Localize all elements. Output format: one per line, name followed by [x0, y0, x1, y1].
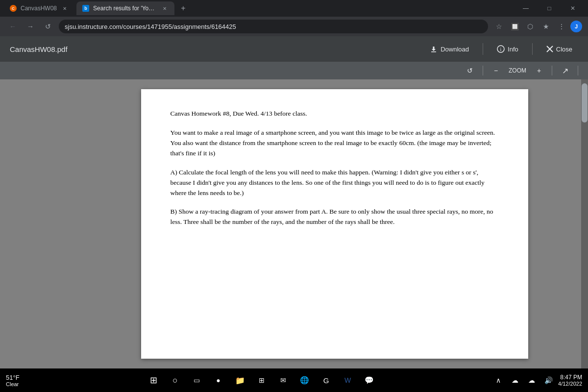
maximize-button[interactable]: □: [538, 0, 561, 17]
pdf-close-icon: [546, 46, 553, 52]
zoom-in-icon: +: [537, 67, 541, 74]
fullscreen-icon: ↗: [562, 66, 568, 75]
pdf-close-label: Close: [556, 46, 572, 53]
settings-icon[interactable]: ⋮: [555, 20, 568, 33]
taskbar-temperature: 51°F: [6, 374, 31, 381]
taskbar-app-discord-icon: 💬: [365, 376, 374, 385]
taskbar-app-discord[interactable]: 💬: [360, 370, 379, 390]
taskbar-app-store[interactable]: ⊞: [252, 370, 271, 390]
close-window-button[interactable]: ✕: [562, 0, 584, 17]
taskbar-app-meet[interactable]: ●: [209, 370, 228, 390]
favorites-icon[interactable]: ☆: [492, 20, 506, 33]
taskbar-cloud-icon[interactable]: ☁: [508, 373, 522, 387]
browser-icon-1[interactable]: 🔲: [508, 20, 521, 33]
svg-text:i: i: [500, 47, 502, 52]
zoom-in-button[interactable]: +: [532, 64, 546, 77]
pdf-actions: Download i Info Close: [424, 42, 578, 56]
cloud-icon: ☁: [512, 376, 518, 384]
minimize-icon: —: [523, 5, 529, 12]
bookmark-icon[interactable]: ★: [539, 20, 553, 33]
taskbar-onedrive-icon[interactable]: ☁: [525, 373, 539, 387]
add-tab-icon: +: [181, 4, 185, 13]
taskbar-speaker-icon[interactable]: 🔊: [541, 373, 555, 387]
taskview-icon: ▭: [194, 376, 200, 384]
forward-button[interactable]: →: [24, 20, 37, 33]
pdf-header-divider: [483, 43, 483, 55]
pdf-page-wrapper: Canvas Homework #8, Due Wed. 4/13 before…: [91, 79, 578, 368]
up-arrow-icon: ∧: [496, 376, 501, 384]
pdf-refresh-button[interactable]: ↺: [463, 64, 477, 77]
paragraph-1-text: You want to make a real image of a smart…: [171, 129, 495, 157]
tab-canvas[interactable]: C CanvasHW08 ✕: [4, 1, 74, 15]
taskbar-up-arrow[interactable]: ∧: [491, 373, 505, 387]
taskbar-app-mail[interactable]: ✉: [273, 370, 293, 390]
taskbar-search-icon: ○: [172, 375, 178, 386]
search-button[interactable]: ○: [166, 370, 185, 390]
taskbar-app-word[interactable]: W: [338, 370, 358, 390]
back-icon: ←: [9, 23, 16, 30]
address-bar: ← → ↺ ☆ 🔲 ⬡ ★ ⋮ J: [0, 17, 588, 36]
profile-avatar[interactable]: J: [570, 21, 582, 32]
maximize-icon: □: [547, 5, 551, 12]
info-button[interactable]: i Info: [491, 42, 524, 56]
taskbar-app-store-icon: ⊞: [259, 376, 265, 384]
scrollbar-thumb[interactable]: [582, 83, 588, 122]
pdf-header: CanvasHW08.pdf Download i Info: [0, 36, 588, 62]
taskbar-clock[interactable]: 8:47 PM 4/12/2022: [558, 374, 582, 387]
taskbar-app-chrome[interactable]: G: [317, 370, 336, 390]
extensions-icon[interactable]: ⬡: [523, 20, 537, 33]
taskbar-app-word-icon: W: [344, 376, 351, 384]
taskbar-app-files[interactable]: 📁: [230, 370, 250, 390]
info-label: Info: [508, 46, 518, 53]
taskbar-weather: 51°F Clear: [6, 374, 31, 387]
pdf-toolbar: ↺ − ZOOM + ↗: [0, 62, 588, 79]
add-tab-button[interactable]: +: [176, 1, 190, 15]
close-window-icon: ✕: [570, 5, 575, 12]
fullscreen-button[interactable]: ↗: [558, 64, 572, 77]
window-controls: — □ ✕: [514, 0, 584, 17]
zoom-out-button[interactable]: −: [489, 64, 503, 77]
zoom-out-icon: −: [494, 67, 498, 74]
zoom-level-label: ZOOM: [507, 67, 528, 74]
svg-rect-0: [431, 51, 436, 52]
forward-icon: →: [27, 23, 34, 30]
back-button[interactable]: ←: [6, 20, 20, 33]
pdf-close-button[interactable]: Close: [540, 43, 578, 56]
pdf-header-divider2: [532, 43, 533, 55]
browser-title-bar: C CanvasHW08 ✕ b Search results for 'You…: [0, 0, 588, 17]
info-icon: i: [497, 45, 505, 53]
refresh-icon: ↺: [45, 23, 51, 30]
tab-search-close[interactable]: ✕: [161, 4, 169, 12]
tab-canvas-close[interactable]: ✕: [61, 4, 69, 12]
pdf-filename: CanvasHW08.pdf: [10, 45, 424, 53]
pdf-paragraph-2: A) Calculate the focal length of the len…: [171, 168, 499, 198]
minimize-button[interactable]: —: [514, 0, 537, 17]
pdf-toolbar-divider1: [483, 66, 483, 75]
toolbar-icons: ☆ 🔲 ⬡ ★ ⋮ J: [492, 20, 582, 33]
tab-search-label: Search results for 'You want to m: [93, 5, 157, 12]
pdf-sidebar-left: [0, 79, 91, 368]
pdf-toolbar-divider2: [552, 66, 552, 75]
address-input[interactable]: [59, 20, 488, 33]
taskbar-app-chrome-icon: G: [323, 376, 329, 385]
taskbar-app-mail-icon: ✉: [280, 376, 286, 384]
start-icon: ⊞: [150, 375, 157, 386]
download-button[interactable]: Download: [424, 42, 475, 56]
paragraph-3-text: B) Show a ray-tracing diagram of your an…: [171, 208, 493, 225]
taskbar-app-meet-icon: ●: [216, 376, 220, 384]
taskbar-app-files-icon: 📁: [235, 376, 245, 385]
taskbar-time-display: 8:47 PM: [560, 374, 582, 381]
tab-canvas-label: CanvasHW08: [21, 5, 57, 12]
taskbar-app-edge[interactable]: 🌐: [295, 370, 315, 390]
pdf-paragraph-3: B) Show a ray-tracing diagram of your an…: [171, 207, 499, 227]
scrollbar-track[interactable]: [581, 79, 588, 368]
pdf-paragraph-1: You want to make a real image of a smart…: [171, 128, 499, 159]
taskview-button[interactable]: ▭: [187, 370, 207, 390]
tab-search[interactable]: b Search results for 'You want to m ✕: [76, 1, 174, 15]
start-button[interactable]: ⊞: [144, 370, 164, 390]
pdf-page: Canvas Homework #8, Due Wed. 4/13 before…: [141, 89, 528, 359]
download-icon: [430, 45, 438, 53]
refresh-button[interactable]: ↺: [41, 20, 55, 33]
pdf-toolbar-divider3: [578, 66, 578, 75]
bing-favicon-icon: b: [82, 5, 89, 12]
